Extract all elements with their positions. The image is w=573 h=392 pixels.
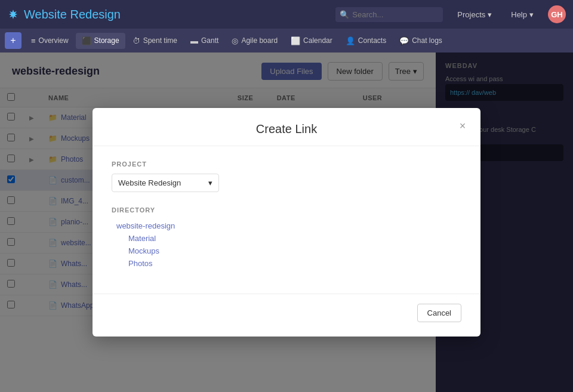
logo-icon — [7, 8, 19, 20]
subnav-item-storage[interactable]: ⬛ Storage — [76, 33, 125, 49]
chat-logs-icon: 💬 — [399, 36, 409, 45]
search-input[interactable] — [335, 7, 443, 22]
add-button[interactable]: + — [5, 32, 21, 49]
avatar[interactable]: GH — [548, 5, 566, 23]
spent-time-icon: ⏱ — [133, 36, 140, 45]
dir-item-child[interactable]: Photos — [116, 257, 461, 270]
subnav: + ≡ Overview ⬛ Storage ⏱ Spent time ▬ Ga… — [0, 29, 573, 53]
projects-chevron-icon: ▾ — [488, 10, 492, 19]
search-wrap: 🔍 — [335, 7, 443, 22]
calendar-icon: ⬜ — [291, 36, 300, 45]
app-logo: Website Redesign — [7, 8, 121, 21]
topbar: Website Redesign 🔍 Projects ▾ Help ▾ GH — [0, 0, 573, 29]
modal-body: PROJECT Website Redesign ▾ DIRECTORY web… — [93, 146, 480, 294]
modal-close-button[interactable]: × — [454, 118, 471, 134]
app-title: Website Redesign — [24, 8, 121, 21]
subnav-item-gantt[interactable]: ▬ Gantt — [184, 33, 224, 49]
subnav-item-agile-board[interactable]: ◎ Agile board — [226, 33, 284, 49]
dir-item-child[interactable]: Mockups — [116, 245, 461, 257]
modal-header: Create Link × — [93, 108, 480, 146]
modal-overlay: Create Link × PROJECT Website Redesign ▾… — [0, 53, 573, 392]
subnav-item-chat-logs[interactable]: 💬 Chat logs — [393, 33, 448, 49]
directory-tree: website-redesign MaterialMockupsPhotos — [112, 220, 461, 270]
subnav-item-overview[interactable]: ≡ Overview — [25, 33, 75, 49]
project-select[interactable]: Website Redesign ▾ — [112, 174, 219, 192]
gantt-icon: ▬ — [190, 36, 198, 45]
directory-label: DIRECTORY — [112, 206, 461, 214]
help-chevron-icon: ▾ — [529, 10, 534, 19]
create-link-modal: Create Link × PROJECT Website Redesign ▾… — [93, 108, 480, 337]
overview-icon: ≡ — [31, 36, 36, 45]
projects-button[interactable]: Projects ▾ — [452, 8, 497, 21]
help-button[interactable]: Help ▾ — [506, 8, 538, 21]
directory-section: DIRECTORY website-redesign MaterialMocku… — [112, 206, 461, 270]
subnav-item-spent-time[interactable]: ⏱ Spent time — [127, 33, 183, 49]
dir-children: MaterialMockupsPhotos — [116, 232, 461, 270]
storage-icon: ⬛ — [82, 36, 91, 45]
project-label: PROJECT — [112, 160, 461, 168]
dir-item-root[interactable]: website-redesign — [116, 220, 461, 232]
dir-item-child[interactable]: Material — [116, 232, 461, 245]
search-icon: 🔍 — [340, 10, 349, 19]
cancel-button[interactable]: Cancel — [417, 304, 461, 322]
subnav-item-calendar[interactable]: ⬜ Calendar — [285, 33, 338, 49]
subnav-item-contacts[interactable]: 👤 Contacts — [340, 33, 392, 49]
modal-title: Create Link — [112, 122, 461, 136]
project-chevron-icon: ▾ — [208, 178, 212, 187]
contacts-icon: 👤 — [346, 36, 355, 45]
modal-footer: Cancel — [93, 294, 480, 337]
agile-board-icon: ◎ — [232, 36, 238, 45]
main-area: website-redesign Upload Files New folder… — [0, 53, 573, 392]
